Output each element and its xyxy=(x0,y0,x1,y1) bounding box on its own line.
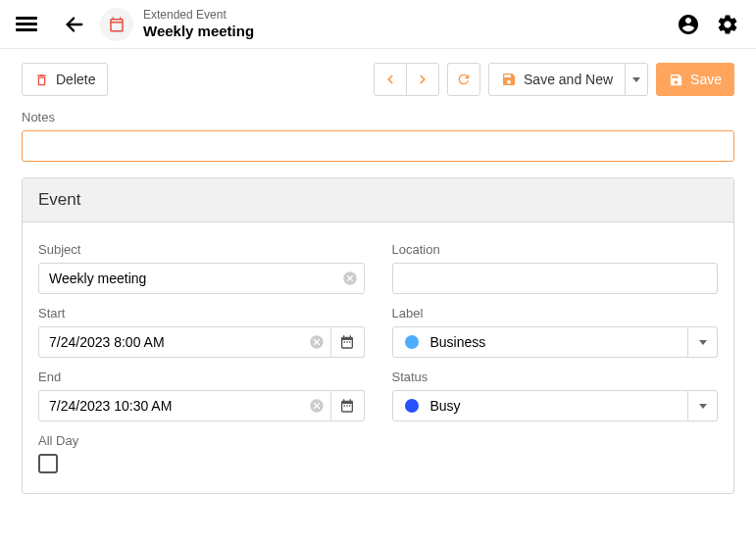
location-label: Location xyxy=(392,242,719,257)
account-button[interactable] xyxy=(676,12,701,37)
save-and-new-label: Save and New xyxy=(524,72,613,87)
save-new-icon xyxy=(501,72,517,87)
end-clear-button[interactable] xyxy=(308,397,326,415)
caret-down-icon xyxy=(699,404,707,409)
start-label: Start xyxy=(38,306,365,321)
header-supertitle: Extended Event xyxy=(143,8,254,22)
end-input[interactable] xyxy=(38,390,331,421)
status-label: Status xyxy=(392,370,719,384)
status-select-caret xyxy=(687,391,717,420)
prev-button[interactable] xyxy=(374,63,407,96)
next-button[interactable] xyxy=(406,63,439,96)
end-label: End xyxy=(38,370,365,384)
subject-input[interactable] xyxy=(38,263,365,294)
clear-icon xyxy=(309,398,325,414)
save-and-new-dropdown[interactable] xyxy=(625,63,648,96)
label-label: Label xyxy=(392,306,719,321)
calendar-badge xyxy=(100,8,133,41)
notes-input[interactable] xyxy=(22,130,734,162)
chevron-left-icon xyxy=(383,73,397,86)
label-select[interactable]: Business xyxy=(392,326,719,358)
caret-down-icon xyxy=(632,77,640,82)
clear-icon xyxy=(342,271,358,286)
status-select-value: Busy xyxy=(430,398,688,414)
label-select-caret xyxy=(687,327,717,357)
caret-down-icon xyxy=(699,340,707,345)
refresh-button[interactable] xyxy=(447,63,480,96)
start-clear-button[interactable] xyxy=(308,333,326,351)
clear-icon xyxy=(309,334,325,350)
event-panel-header: Event xyxy=(23,178,733,222)
start-input[interactable] xyxy=(38,326,331,358)
location-input[interactable] xyxy=(392,263,719,294)
label-select-value: Business xyxy=(430,334,688,350)
start-datepicker-button[interactable] xyxy=(331,326,365,358)
delete-button[interactable]: Delete xyxy=(22,63,108,96)
save-icon xyxy=(669,73,683,87)
notes-label: Notes xyxy=(22,110,734,124)
save-button-label: Save xyxy=(690,72,722,87)
calendar-picker-icon xyxy=(339,398,355,414)
trash-icon xyxy=(34,73,49,87)
status-color-dot xyxy=(405,399,419,413)
end-datepicker-button[interactable] xyxy=(331,390,365,421)
user-circle-icon xyxy=(677,13,700,36)
calendar-icon xyxy=(108,16,126,33)
refresh-icon xyxy=(456,72,472,87)
label-color-dot xyxy=(405,335,419,349)
status-select[interactable]: Busy xyxy=(392,390,719,421)
allday-checkbox[interactable] xyxy=(38,454,58,473)
arrow-left-icon xyxy=(64,14,85,35)
subject-clear-button[interactable] xyxy=(341,270,359,287)
calendar-picker-icon xyxy=(339,334,355,350)
save-and-new-button[interactable]: Save and New xyxy=(488,63,626,96)
chevron-right-icon xyxy=(416,73,429,86)
delete-button-label: Delete xyxy=(56,72,95,87)
back-button[interactable] xyxy=(61,11,88,38)
save-button[interactable]: Save xyxy=(656,63,734,96)
menu-button[interactable] xyxy=(16,14,37,35)
allday-label: All Day xyxy=(38,433,365,448)
subject-label: Subject xyxy=(38,242,365,257)
header-title: Weekly meeting xyxy=(143,23,254,40)
settings-button[interactable] xyxy=(715,12,740,37)
gear-icon xyxy=(716,13,739,36)
